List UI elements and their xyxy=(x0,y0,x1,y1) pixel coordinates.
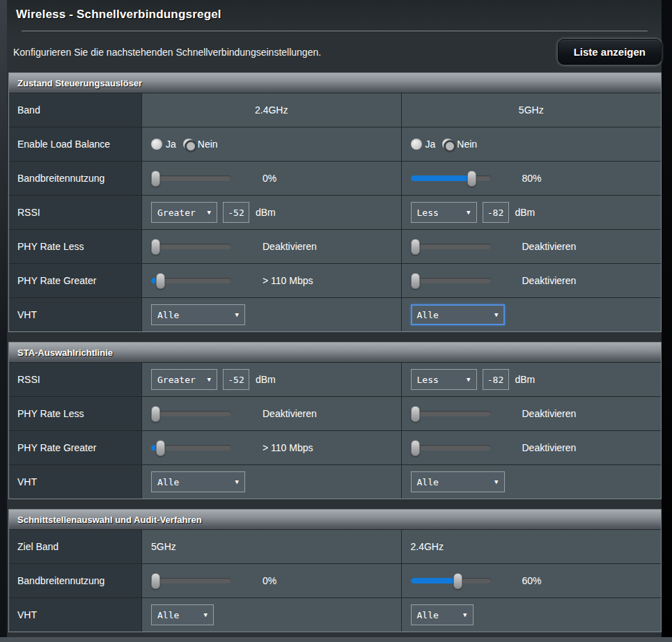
slider-track[interactable] xyxy=(411,175,491,181)
table-row: PHY Rate Less Deaktivieren Deaktivieren xyxy=(9,230,661,264)
slider-track[interactable] xyxy=(411,445,491,451)
audit-vht-1-cell: Alle ▼ xyxy=(142,598,402,632)
row-label: Bandbreitennutzung xyxy=(9,564,142,597)
slider-thumb[interactable] xyxy=(411,239,420,255)
select-value: Alle xyxy=(417,610,439,620)
phy-less-slider-5[interactable] xyxy=(411,238,491,255)
description-bar: Konfigurieren Sie die nachstehenden Schn… xyxy=(7,31,662,72)
dbm-unit-label: dBm xyxy=(256,207,276,218)
slider-thumb[interactable] xyxy=(156,273,165,289)
sta-phy-less-5-cell: Deaktivieren xyxy=(402,397,662,430)
row-label: Band xyxy=(9,93,142,127)
target-band-1-cell: 5GHz xyxy=(142,530,402,563)
sta-vht-5-cell: Alle ▼ xyxy=(402,465,662,499)
slider-thumb[interactable] xyxy=(411,440,420,456)
slider-thumb[interactable] xyxy=(151,406,160,422)
sta-phy-greater-slider-24[interactable] xyxy=(151,439,231,456)
chevron-down-icon: ▼ xyxy=(235,311,239,318)
sta-rssi-value-input-5[interactable] xyxy=(483,369,509,390)
sta-rssi-value-input-24[interactable] xyxy=(223,369,249,390)
audit-bandwidth-slider-2[interactable] xyxy=(411,572,491,589)
slider-value-label: Deaktivieren xyxy=(522,275,577,286)
slider-track[interactable] xyxy=(151,244,231,249)
select-value: Less xyxy=(417,208,439,218)
rssi-operator-select-24[interactable]: Greater ▼ xyxy=(151,202,217,223)
slider-value-label: > 110 Mbps xyxy=(263,275,313,286)
load-balance-nein-radio-24[interactable] xyxy=(183,139,194,150)
slider-thumb[interactable] xyxy=(467,171,476,187)
slider-value-label: Deaktivieren xyxy=(263,408,317,419)
vht-24-cell: Alle ▼ xyxy=(142,298,402,331)
load-balance-24-cell: Ja Nein xyxy=(142,127,402,161)
rssi-value-input-5[interactable] xyxy=(483,202,509,223)
slider-thumb[interactable] xyxy=(151,573,160,589)
sta-rssi-operator-select-24[interactable]: Greater ▼ xyxy=(151,369,217,390)
select-value: Alle xyxy=(417,477,439,487)
sta-selection-table: STA-Auswahlrichtlinie RSSI Greater ▼ dBm… xyxy=(8,342,662,499)
slider-thumb[interactable] xyxy=(151,239,160,255)
select-value: Alle xyxy=(417,310,439,320)
slider-fill xyxy=(411,578,459,584)
sta-vht-select-24[interactable]: Alle ▼ xyxy=(151,471,245,492)
table-row: Band 2.4GHz 5GHz xyxy=(9,93,661,127)
slider-thumb[interactable] xyxy=(156,440,165,456)
sta-rssi-operator-select-5[interactable]: Less ▼ xyxy=(411,369,477,390)
slider-track[interactable] xyxy=(411,578,491,584)
section-header: Schnittstellenauswahl und Audit-Verfahre… xyxy=(9,510,661,530)
dbm-unit-label: dBm xyxy=(515,374,536,385)
table-row: VHT Alle ▼ Alle ▼ xyxy=(9,298,661,331)
load-balance-nein-radio-5[interactable] xyxy=(442,139,453,150)
table-row: Enable Load Balance Ja Nein Ja Nein xyxy=(9,127,661,162)
rssi-value-input-24[interactable] xyxy=(223,202,249,223)
slider-track[interactable] xyxy=(411,411,491,416)
chevron-down-icon: ▼ xyxy=(494,478,498,485)
slider-thumb[interactable] xyxy=(453,573,462,589)
bandwidth-5-cell: 80% xyxy=(402,162,662,195)
slider-track[interactable] xyxy=(411,244,491,249)
audit-bandwidth-slider-1[interactable] xyxy=(151,572,231,589)
sta-phy-less-24-cell: Deaktivieren xyxy=(142,397,402,430)
slider-thumb[interactable] xyxy=(151,171,160,187)
vht-select-24[interactable]: Alle ▼ xyxy=(151,304,245,325)
audit-bandwidth-2-cell: 60% xyxy=(402,564,662,597)
table-row: Ziel Band 5GHz 2.4GHz xyxy=(9,530,661,564)
table-row: Bandbreitennutzung 0% 60% xyxy=(9,564,661,598)
load-balance-ja-radio-5[interactable] xyxy=(411,139,422,150)
bandwidth-slider-5[interactable] xyxy=(411,170,491,187)
audit-vht-2-cell: Alle ▼ xyxy=(402,598,662,632)
chevron-down-icon: ▼ xyxy=(235,478,239,485)
row-label: VHT xyxy=(9,298,142,331)
sta-phy-less-slider-5[interactable] xyxy=(411,405,491,422)
row-label: PHY Rate Less xyxy=(9,230,142,263)
select-value: Greater xyxy=(157,375,196,385)
slider-thumb[interactable] xyxy=(411,406,420,422)
sta-vht-select-5[interactable]: Alle ▼ xyxy=(411,471,505,492)
sta-rssi-24-cell: Greater ▼ dBm xyxy=(142,363,402,396)
interface-audit-table: Schnittstellenauswahl und Audit-Verfahre… xyxy=(8,509,662,632)
sta-phy-greater-5-cell: Deaktivieren xyxy=(402,431,662,464)
bandwidth-slider-24[interactable] xyxy=(151,170,231,187)
phy-less-slider-24[interactable] xyxy=(151,238,231,255)
show-list-button[interactable]: Liste anzeigen xyxy=(558,39,662,65)
trigger-condition-table: Zustand Steuerungsauslöser Band 2.4GHz 5… xyxy=(8,72,662,332)
table-row: PHY Rate Greater > 110 Mbps Deaktivieren xyxy=(9,264,661,298)
load-balance-ja-radio-24[interactable] xyxy=(151,139,162,150)
rssi-operator-select-5[interactable]: Less ▼ xyxy=(411,202,477,223)
select-value: Alle xyxy=(157,610,179,620)
sta-phy-greater-slider-5[interactable] xyxy=(411,439,491,456)
slider-track[interactable] xyxy=(151,411,231,416)
slider-track[interactable] xyxy=(411,278,491,283)
sta-phy-less-slider-24[interactable] xyxy=(151,405,231,422)
phy-greater-slider-5[interactable] xyxy=(411,272,491,289)
row-label: VHT xyxy=(9,598,142,632)
row-label: PHY Rate Greater xyxy=(9,264,142,297)
slider-track[interactable] xyxy=(151,578,231,584)
audit-vht-select-1[interactable]: Alle ▼ xyxy=(151,604,214,625)
audit-vht-select-2[interactable]: Alle ▼ xyxy=(411,604,474,625)
phy-less-24-cell: Deaktivieren xyxy=(142,230,402,263)
slider-thumb[interactable] xyxy=(411,273,420,289)
slider-value-label: > 110 Mbps xyxy=(263,442,313,453)
vht-select-5[interactable]: Alle ▼ xyxy=(411,304,505,325)
phy-greater-slider-24[interactable] xyxy=(151,272,231,289)
slider-track[interactable] xyxy=(151,175,231,181)
